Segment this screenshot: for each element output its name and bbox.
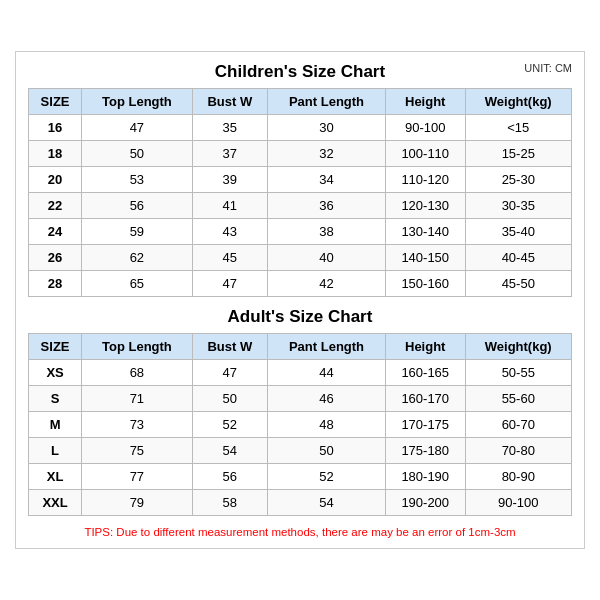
table-cell: 35-40 xyxy=(465,219,572,245)
table-cell: 24 xyxy=(29,219,82,245)
adults-header-row: SIZE Top Length Bust W Pant Length Heigh… xyxy=(29,334,572,360)
table-cell: 77 xyxy=(82,464,192,490)
table-cell: XXL xyxy=(29,490,82,516)
table-cell: 60-70 xyxy=(465,412,572,438)
size-chart-container: Children's Size Chart UNIT: CM SIZE Top … xyxy=(15,51,585,549)
table-row: 20533934110-12025-30 xyxy=(29,167,572,193)
table-cell: 52 xyxy=(192,412,267,438)
children-col-size: SIZE xyxy=(29,89,82,115)
table-row: 22564136120-13030-35 xyxy=(29,193,572,219)
table-cell: 52 xyxy=(268,464,386,490)
adults-col-size: SIZE xyxy=(29,334,82,360)
children-table-header: SIZE Top Length Bust W Pant Length Heigh… xyxy=(29,89,572,115)
table-cell: L xyxy=(29,438,82,464)
table-cell: 54 xyxy=(192,438,267,464)
table-cell: 32 xyxy=(268,141,386,167)
adults-chart-title: Adult's Size Chart xyxy=(228,307,373,327)
table-row: 24594338130-14035-40 xyxy=(29,219,572,245)
table-row: 26624540140-15040-45 xyxy=(29,245,572,271)
table-cell: 190-200 xyxy=(385,490,465,516)
table-row: XS684744160-16550-55 xyxy=(29,360,572,386)
table-cell: 53 xyxy=(82,167,192,193)
table-row: 18503732100-11015-25 xyxy=(29,141,572,167)
children-title-row: Children's Size Chart UNIT: CM xyxy=(28,62,572,82)
adults-col-weight: Weight(kg) xyxy=(465,334,572,360)
table-cell: XS xyxy=(29,360,82,386)
table-cell: 90-100 xyxy=(385,115,465,141)
table-cell: 47 xyxy=(82,115,192,141)
table-cell: 70-80 xyxy=(465,438,572,464)
table-cell: 41 xyxy=(192,193,267,219)
table-cell: 62 xyxy=(82,245,192,271)
children-size-table: SIZE Top Length Bust W Pant Length Heigh… xyxy=(28,88,572,297)
table-cell: 35 xyxy=(192,115,267,141)
table-cell: 44 xyxy=(268,360,386,386)
table-cell: 26 xyxy=(29,245,82,271)
table-cell: 75 xyxy=(82,438,192,464)
table-cell: 40-45 xyxy=(465,245,572,271)
table-cell: 175-180 xyxy=(385,438,465,464)
table-cell: 28 xyxy=(29,271,82,297)
table-cell: 58 xyxy=(192,490,267,516)
table-cell: 37 xyxy=(192,141,267,167)
adults-size-table: SIZE Top Length Bust W Pant Length Heigh… xyxy=(28,333,572,516)
children-header-row: SIZE Top Length Bust W Pant Length Heigh… xyxy=(29,89,572,115)
table-cell: 36 xyxy=(268,193,386,219)
table-cell: 42 xyxy=(268,271,386,297)
table-cell: 47 xyxy=(192,271,267,297)
table-row: 28654742150-16045-50 xyxy=(29,271,572,297)
table-cell: 90-100 xyxy=(465,490,572,516)
children-table-body: 1647353090-100<1518503732100-11015-25205… xyxy=(29,115,572,297)
table-cell: 34 xyxy=(268,167,386,193)
table-cell: <15 xyxy=(465,115,572,141)
adults-title-row: Adult's Size Chart xyxy=(28,307,572,327)
table-cell: 45-50 xyxy=(465,271,572,297)
children-col-pant-length: Pant Length xyxy=(268,89,386,115)
table-cell: 160-165 xyxy=(385,360,465,386)
table-cell: M xyxy=(29,412,82,438)
table-cell: 20 xyxy=(29,167,82,193)
table-row: L755450175-18070-80 xyxy=(29,438,572,464)
table-cell: 56 xyxy=(192,464,267,490)
table-cell: 50 xyxy=(192,386,267,412)
table-cell: 39 xyxy=(192,167,267,193)
table-cell: 47 xyxy=(192,360,267,386)
adults-col-bust-w: Bust W xyxy=(192,334,267,360)
table-cell: 59 xyxy=(82,219,192,245)
adults-col-pant-length: Pant Length xyxy=(268,334,386,360)
table-cell: 180-190 xyxy=(385,464,465,490)
table-cell: 22 xyxy=(29,193,82,219)
table-row: XXL795854190-20090-100 xyxy=(29,490,572,516)
table-cell: 16 xyxy=(29,115,82,141)
table-cell: 71 xyxy=(82,386,192,412)
table-row: 1647353090-100<15 xyxy=(29,115,572,141)
table-cell: 48 xyxy=(268,412,386,438)
tips-text: TIPS: Due to different measurement metho… xyxy=(28,526,572,538)
table-cell: 110-120 xyxy=(385,167,465,193)
table-cell: 100-110 xyxy=(385,141,465,167)
adults-col-height: Height xyxy=(385,334,465,360)
table-cell: 130-140 xyxy=(385,219,465,245)
table-cell: XL xyxy=(29,464,82,490)
table-cell: 65 xyxy=(82,271,192,297)
table-cell: 54 xyxy=(268,490,386,516)
table-cell: 18 xyxy=(29,141,82,167)
table-cell: 56 xyxy=(82,193,192,219)
children-col-weight: Weight(kg) xyxy=(465,89,572,115)
adults-table-header: SIZE Top Length Bust W Pant Length Heigh… xyxy=(29,334,572,360)
table-cell: 30-35 xyxy=(465,193,572,219)
children-chart-title: Children's Size Chart xyxy=(215,62,385,82)
table-cell: 45 xyxy=(192,245,267,271)
table-cell: 43 xyxy=(192,219,267,245)
children-col-bust-w: Bust W xyxy=(192,89,267,115)
table-row: M735248170-17560-70 xyxy=(29,412,572,438)
table-cell: 120-130 xyxy=(385,193,465,219)
table-cell: 50 xyxy=(268,438,386,464)
table-cell: 40 xyxy=(268,245,386,271)
children-col-height: Height xyxy=(385,89,465,115)
table-cell: 79 xyxy=(82,490,192,516)
table-cell: 140-150 xyxy=(385,245,465,271)
adults-col-top-length: Top Length xyxy=(82,334,192,360)
table-cell: 150-160 xyxy=(385,271,465,297)
table-cell: 46 xyxy=(268,386,386,412)
